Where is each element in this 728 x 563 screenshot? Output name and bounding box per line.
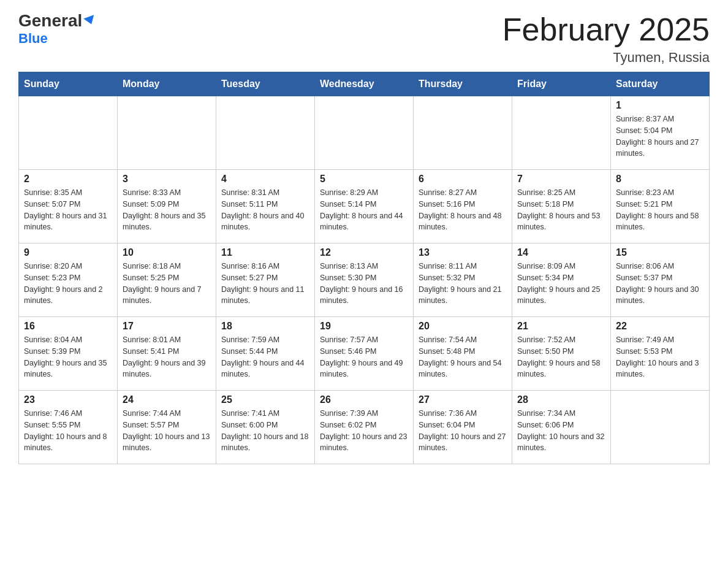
day-info: Sunrise: 7:57 AMSunset: 5:46 PMDaylight:… (320, 334, 408, 380)
day-info: Sunrise: 7:39 AMSunset: 6:02 PMDaylight:… (320, 408, 408, 454)
calendar-table: SundayMondayTuesdayWednesdayThursdayFrid… (18, 72, 710, 464)
calendar-week-row: 2Sunrise: 8:35 AMSunset: 5:07 PMDaylight… (19, 170, 710, 243)
calendar-day-cell: 23Sunrise: 7:46 AMSunset: 5:55 PMDayligh… (19, 391, 118, 464)
day-number: 6 (419, 174, 507, 185)
day-number: 19 (320, 321, 408, 332)
title-area: February 2025 Tyumen, Russia (502, 12, 710, 66)
calendar-day-cell: 25Sunrise: 7:41 AMSunset: 6:00 PMDayligh… (216, 391, 315, 464)
day-number: 9 (24, 247, 112, 258)
calendar-day-cell: 28Sunrise: 7:34 AMSunset: 6:06 PMDayligh… (512, 391, 611, 464)
calendar-day-cell: 18Sunrise: 7:59 AMSunset: 5:44 PMDayligh… (216, 317, 315, 391)
day-number: 8 (616, 174, 704, 185)
day-of-week-header: Thursday (414, 72, 512, 96)
day-number: 22 (616, 321, 704, 332)
day-number: 24 (123, 394, 211, 405)
day-info: Sunrise: 8:01 AMSunset: 5:41 PMDaylight:… (123, 334, 211, 380)
day-number: 10 (123, 247, 211, 258)
calendar-day-cell: 8Sunrise: 8:23 AMSunset: 5:21 PMDaylight… (611, 170, 710, 243)
calendar-day-cell: 22Sunrise: 7:49 AMSunset: 5:53 PMDayligh… (611, 317, 710, 391)
day-info: Sunrise: 8:27 AMSunset: 5:16 PMDaylight:… (419, 187, 507, 233)
day-number: 27 (419, 394, 507, 405)
calendar-day-cell: 12Sunrise: 8:13 AMSunset: 5:30 PMDayligh… (315, 243, 414, 317)
logo-arrow-icon (84, 15, 97, 26)
day-number: 14 (517, 247, 605, 258)
calendar-header-row: SundayMondayTuesdayWednesdayThursdayFrid… (19, 72, 710, 96)
calendar-day-cell: 2Sunrise: 8:35 AMSunset: 5:07 PMDaylight… (19, 170, 118, 243)
calendar-day-cell: 21Sunrise: 7:52 AMSunset: 5:50 PMDayligh… (512, 317, 611, 391)
day-of-week-header: Tuesday (216, 72, 315, 96)
calendar-day-cell: 11Sunrise: 8:16 AMSunset: 5:27 PMDayligh… (216, 243, 315, 317)
calendar-day-cell: 5Sunrise: 8:29 AMSunset: 5:14 PMDaylight… (315, 170, 414, 243)
day-of-week-header: Monday (118, 72, 216, 96)
calendar-day-cell: 9Sunrise: 8:20 AMSunset: 5:23 PMDaylight… (19, 243, 118, 317)
calendar-day-cell: 7Sunrise: 8:25 AMSunset: 5:18 PMDaylight… (512, 170, 611, 243)
day-info: Sunrise: 8:25 AMSunset: 5:18 PMDaylight:… (517, 187, 605, 233)
day-info: Sunrise: 7:44 AMSunset: 5:57 PMDaylight:… (123, 408, 211, 454)
day-number: 17 (123, 321, 211, 332)
day-info: Sunrise: 7:49 AMSunset: 5:53 PMDaylight:… (616, 334, 704, 380)
day-number: 18 (221, 321, 309, 332)
calendar-day-cell: 26Sunrise: 7:39 AMSunset: 6:02 PMDayligh… (315, 391, 414, 464)
day-number: 21 (517, 321, 605, 332)
day-of-week-header: Saturday (611, 72, 710, 96)
day-number: 7 (517, 174, 605, 185)
calendar-day-cell (512, 96, 611, 170)
day-of-week-header: Friday (512, 72, 611, 96)
calendar-week-row: 23Sunrise: 7:46 AMSunset: 5:55 PMDayligh… (19, 391, 710, 464)
calendar-week-row: 16Sunrise: 8:04 AMSunset: 5:39 PMDayligh… (19, 317, 710, 391)
page-header: General Blue February 2025 Tyumen, Russi… (18, 12, 710, 66)
main-title: February 2025 (502, 12, 710, 47)
day-number: 13 (419, 247, 507, 258)
logo: General Blue (18, 12, 96, 47)
calendar-day-cell: 19Sunrise: 7:57 AMSunset: 5:46 PMDayligh… (315, 317, 414, 391)
calendar-week-row: 1Sunrise: 8:37 AMSunset: 5:04 PMDaylight… (19, 96, 710, 170)
day-info: Sunrise: 7:36 AMSunset: 6:04 PMDaylight:… (419, 408, 507, 454)
subtitle: Tyumen, Russia (502, 50, 710, 66)
calendar-day-cell: 17Sunrise: 8:01 AMSunset: 5:41 PMDayligh… (118, 317, 216, 391)
day-number: 3 (123, 174, 211, 185)
day-info: Sunrise: 8:23 AMSunset: 5:21 PMDaylight:… (616, 187, 704, 233)
day-info: Sunrise: 8:35 AMSunset: 5:07 PMDaylight:… (24, 187, 112, 233)
calendar-day-cell: 3Sunrise: 8:33 AMSunset: 5:09 PMDaylight… (118, 170, 216, 243)
day-number: 25 (221, 394, 309, 405)
day-info: Sunrise: 7:46 AMSunset: 5:55 PMDaylight:… (24, 408, 112, 454)
calendar-day-cell: 15Sunrise: 8:06 AMSunset: 5:37 PMDayligh… (611, 243, 710, 317)
day-info: Sunrise: 7:54 AMSunset: 5:48 PMDaylight:… (419, 334, 507, 380)
day-info: Sunrise: 8:04 AMSunset: 5:39 PMDaylight:… (24, 334, 112, 380)
calendar-day-cell: 24Sunrise: 7:44 AMSunset: 5:57 PMDayligh… (118, 391, 216, 464)
day-info: Sunrise: 8:16 AMSunset: 5:27 PMDaylight:… (221, 261, 309, 307)
calendar-day-cell (414, 96, 512, 170)
calendar-day-cell: 10Sunrise: 8:18 AMSunset: 5:25 PMDayligh… (118, 243, 216, 317)
day-info: Sunrise: 7:59 AMSunset: 5:44 PMDaylight:… (221, 334, 309, 380)
day-number: 12 (320, 247, 408, 258)
logo-line1: General (18, 12, 96, 29)
day-number: 26 (320, 394, 408, 405)
calendar-day-cell: 20Sunrise: 7:54 AMSunset: 5:48 PMDayligh… (414, 317, 512, 391)
day-number: 11 (221, 247, 309, 258)
day-info: Sunrise: 7:34 AMSunset: 6:06 PMDaylight:… (517, 408, 605, 454)
day-info: Sunrise: 7:41 AMSunset: 6:00 PMDaylight:… (221, 408, 309, 454)
day-info: Sunrise: 8:13 AMSunset: 5:30 PMDaylight:… (320, 261, 408, 307)
day-info: Sunrise: 8:20 AMSunset: 5:23 PMDaylight:… (24, 261, 112, 307)
day-info: Sunrise: 7:52 AMSunset: 5:50 PMDaylight:… (517, 334, 605, 380)
day-of-week-header: Wednesday (315, 72, 414, 96)
day-number: 20 (419, 321, 507, 332)
logo-line2: Blue (18, 31, 48, 47)
calendar-day-cell (19, 96, 118, 170)
calendar-day-cell: 6Sunrise: 8:27 AMSunset: 5:16 PMDaylight… (414, 170, 512, 243)
calendar-day-cell: 4Sunrise: 8:31 AMSunset: 5:11 PMDaylight… (216, 170, 315, 243)
calendar-day-cell: 16Sunrise: 8:04 AMSunset: 5:39 PMDayligh… (19, 317, 118, 391)
calendar-day-cell (216, 96, 315, 170)
calendar-day-cell: 27Sunrise: 7:36 AMSunset: 6:04 PMDayligh… (414, 391, 512, 464)
day-info: Sunrise: 8:31 AMSunset: 5:11 PMDaylight:… (221, 187, 309, 233)
day-number: 4 (221, 174, 309, 185)
day-of-week-header: Sunday (19, 72, 118, 96)
day-info: Sunrise: 8:18 AMSunset: 5:25 PMDaylight:… (123, 261, 211, 307)
calendar-day-cell: 13Sunrise: 8:11 AMSunset: 5:32 PMDayligh… (414, 243, 512, 317)
day-info: Sunrise: 8:37 AMSunset: 5:04 PMDaylight:… (616, 113, 704, 159)
day-info: Sunrise: 8:06 AMSunset: 5:37 PMDaylight:… (616, 261, 704, 307)
calendar-day-cell: 14Sunrise: 8:09 AMSunset: 5:34 PMDayligh… (512, 243, 611, 317)
calendar-day-cell: 1Sunrise: 8:37 AMSunset: 5:04 PMDaylight… (611, 96, 710, 170)
day-info: Sunrise: 8:33 AMSunset: 5:09 PMDaylight:… (123, 187, 211, 233)
calendar-day-cell (118, 96, 216, 170)
